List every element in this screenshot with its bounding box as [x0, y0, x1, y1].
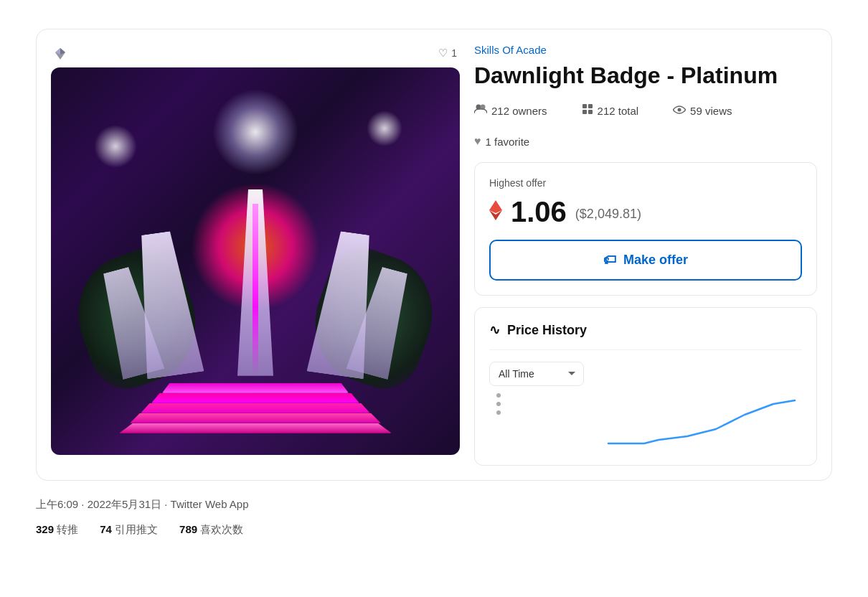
nft-artwork	[51, 67, 460, 455]
chart-dot-2	[496, 402, 501, 406]
price-history-box: ∿ Price History All Time Last 7 Days Las…	[474, 307, 817, 466]
tweet-timestamp: 上午6:09 · 2022年5月31日 · Twitter Web App	[36, 498, 249, 510]
platform-l1	[119, 423, 392, 433]
eth-icon	[489, 200, 502, 225]
page-wrapper: ♡ 1	[14, 14, 854, 551]
collection-link[interactable]: Skills Of Acade	[474, 44, 817, 56]
tweet-meta: 上午6:09 · 2022年5月31日 · Twitter Web App	[36, 498, 832, 512]
offer-box: Highest offer 1.06 ($2,049.81) 🏷 Make of…	[474, 162, 817, 296]
tweet-stats: 329 转推 74 引用推文 789 喜欢次数	[36, 523, 832, 537]
price-history-header: ∿ Price History	[489, 322, 802, 350]
svg-rect-6	[588, 104, 593, 108]
favorites-stat: ♥ 1 favorite	[474, 135, 529, 148]
retweets-count: 329	[36, 523, 54, 535]
chart-container	[489, 386, 802, 451]
total-stat: 212 total	[582, 103, 639, 118]
svg-marker-10	[489, 200, 502, 213]
bg-glow-left	[94, 125, 137, 168]
tweet-card: ♡ 1	[36, 29, 832, 481]
svg-rect-8	[588, 110, 593, 114]
likes-stat[interactable]: 789 喜欢次数	[179, 523, 243, 537]
likes-count: 789	[179, 523, 197, 535]
image-top-bar: ♡ 1	[51, 44, 460, 67]
time-filter-select[interactable]: All Time Last 7 Days Last 14 Days Last 3…	[489, 362, 584, 386]
price-chart-svg	[601, 393, 802, 451]
nft-title: Dawnlight Badge - Platinum	[474, 62, 817, 89]
obelisk-center	[234, 161, 277, 376]
owners-stat: 212 owners	[474, 104, 547, 117]
retweets-label: 转推	[57, 523, 78, 535]
offer-price: 1.06	[511, 196, 567, 228]
offer-usd: ($2,049.81)	[575, 207, 641, 222]
make-offer-button[interactable]: 🏷 Make offer	[489, 240, 802, 281]
svg-rect-7	[582, 110, 587, 114]
total-count: 212 total	[598, 105, 639, 117]
views-count: 59 views	[690, 105, 732, 117]
retweets-stat[interactable]: 329 转推	[36, 523, 78, 537]
nft-details: Skills Of Acade Dawnlight Badge - Platin…	[474, 44, 817, 466]
platform-l5	[162, 383, 349, 393]
grid-icon	[582, 103, 593, 118]
offer-label: Highest offer	[489, 177, 802, 189]
favorites-count: 1 favorite	[486, 136, 530, 148]
heart-icon-top: ♡	[438, 47, 448, 60]
bg-glow-right	[367, 111, 402, 146]
top-favorite-count[interactable]: ♡ 1	[438, 47, 457, 60]
heart-icon-stat: ♥	[474, 135, 481, 148]
nft-image	[51, 67, 460, 455]
eye-icon	[673, 104, 686, 117]
top-favorite-number: 1	[451, 47, 457, 59]
platform-l2	[130, 413, 381, 423]
chart-trend-icon: ∿	[489, 322, 500, 338]
eth-diamond-icon	[54, 47, 67, 60]
svg-rect-5	[582, 104, 587, 108]
platform-l3	[141, 403, 370, 413]
make-offer-label: Make offer	[623, 253, 688, 268]
quotes-count: 74	[100, 523, 112, 535]
time-filter: All Time Last 7 Days Last 14 Days Last 3…	[489, 362, 802, 386]
platform	[119, 376, 392, 433]
chart-dot-1	[496, 393, 501, 398]
nft-image-container: ♡ 1	[51, 44, 460, 466]
likes-label: 喜欢次数	[200, 523, 243, 535]
owners-icon	[474, 104, 487, 117]
obelisk-glow	[253, 204, 258, 376]
offer-price-row: 1.06 ($2,049.81)	[489, 196, 802, 228]
views-stat: 59 views	[673, 104, 732, 117]
tag-icon: 🏷	[603, 253, 616, 268]
owners-count: 212 owners	[491, 105, 547, 117]
platform-l4	[151, 393, 359, 403]
price-history-title: Price History	[507, 323, 587, 338]
chart-dot-3	[496, 410, 501, 415]
nft-stats: 212 owners 212 total	[474, 103, 817, 148]
quotes-label: 引用推文	[115, 523, 158, 535]
chart-dots	[496, 393, 501, 415]
svg-point-9	[678, 108, 681, 112]
quotes-stat[interactable]: 74 引用推文	[100, 523, 158, 537]
